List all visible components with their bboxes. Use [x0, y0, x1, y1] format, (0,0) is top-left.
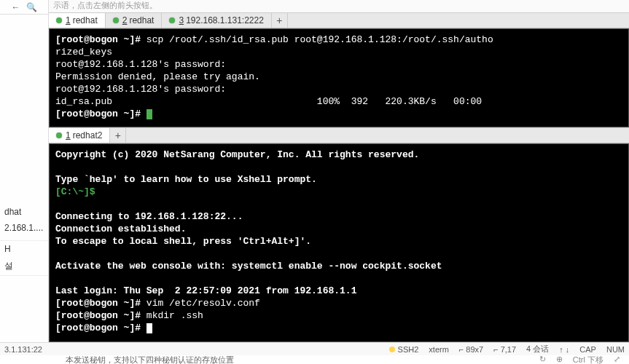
status-dot-icon [56, 132, 62, 138]
sidebar-item[interactable]: 2.168.1.... [0, 220, 48, 236]
tab-text: 192.168.1.131:2222 [186, 15, 264, 25]
add-tab-button[interactable]: + [272, 13, 288, 28]
ctrl-text: Ctrl 下移 [573, 355, 603, 364]
terminal-bottom[interactable]: Copyright (c) 2020 NetSarang Computer, I… [49, 143, 629, 342]
terminal-line: root@192.168.1.128's password: [55, 59, 226, 70]
command-text: scp /root/.ssh/id_rsa.pub root@192.168.1… [141, 34, 493, 45]
back-icon[interactable]: ← [12, 2, 20, 12]
tab-number: 2 [122, 15, 128, 25]
prompt: [root@bogon ~]# [55, 34, 141, 45]
add-tab-button[interactable]: + [110, 128, 126, 143]
tab-number: 3 [179, 15, 184, 25]
sidebar-item[interactable]: dhat [0, 204, 48, 220]
sidebar: ← 🔍 dhat 2.168.1.... H 설 [0, 0, 49, 364]
bottom-text: 本发送秘钥，支持以下四种秘钥认证的存放位置 [66, 355, 234, 364]
bottom-text-row: 本发送秘钥，支持以下四种秘钥认证的存放位置 ↻ ⊕ Ctrl 下移 ⤢ [0, 355, 629, 364]
prompt: [root@bogon ~]# [55, 310, 141, 321]
terminal-line: Type `help' to learn how to use Xshell p… [55, 174, 317, 185]
status-dot-icon [169, 17, 175, 23]
sidebar-toolbar: ← 🔍 [0, 0, 48, 15]
status-num: NUM [606, 345, 625, 354]
terminal-line: id_rsa.pub 100% 392 220.3KB/s 00:00 [55, 96, 482, 107]
tab-redhat-1[interactable]: 1 redhat [49, 13, 106, 28]
main-area: 示语，点击左侧的前头按钮。 1 redhat 2 redhat 3 192.16… [49, 0, 629, 342]
tab-number: 1 [66, 15, 71, 25]
terminal-line: root@192.168.1.128's password: [55, 84, 226, 95]
refresh-icon[interactable]: ↻ [539, 355, 546, 364]
expand-icon[interactable]: ⤢ [614, 355, 620, 364]
tab-ip-3[interactable]: 3 192.168.1.131:2222 [162, 13, 271, 28]
sidebar-item[interactable]: 설 [0, 257, 48, 276]
status-position: ⌐ 7,17 [493, 345, 516, 354]
ssh-icon [389, 347, 395, 352]
status-address: 3.1.131:22 [4, 345, 42, 354]
terminal-line: Activate the web console with: systemctl… [55, 261, 442, 272]
terminal-line: Copyright (c) 2020 NetSarang Computer, I… [55, 149, 419, 160]
prompt: [root@bogon ~]# [55, 298, 141, 309]
status-dot-icon [56, 17, 62, 23]
tab-text: redhat2 [73, 130, 103, 141]
terminal-line: rized_keys [55, 47, 112, 58]
terminal-top[interactable]: [root@bogon ~]# scp /root/.ssh/id_rsa.pu… [49, 28, 629, 127]
status-bar: 3.1.131:22 SSH2 xterm ⌐ 89x7 ⌐ 7,17 4 会话… [0, 342, 629, 355]
search-icon[interactable]: 🔍 [26, 2, 37, 12]
top-tab-bar: 1 redhat 2 redhat 3 192.168.1.131:2222 + [49, 12, 629, 28]
status-session: 4 会话 [526, 344, 549, 355]
terminal-line: Connection established. [55, 223, 186, 234]
bottom-tab-bar: 1 redhat2 + [49, 127, 629, 143]
tab-number: 1 [66, 130, 71, 141]
status-cap: CAP [579, 345, 596, 354]
prompt: [root@bogon ~]# [55, 323, 146, 333]
tab-redhat-2[interactable]: 2 redhat [106, 13, 163, 28]
command-text: mkdir .ssh [141, 310, 203, 321]
prompt: [C:\~]$ [55, 186, 95, 197]
add-icon[interactable]: ⊕ [556, 355, 563, 364]
terminal-line: Connecting to 192.168.1.128:22... [55, 211, 243, 222]
status-arrows-icon: ↑ ↓ [559, 345, 569, 354]
sidebar-section: H [0, 240, 48, 257]
cursor-icon [146, 323, 152, 333]
status-dot-icon [113, 17, 119, 23]
tab-redhat2-1[interactable]: 1 redhat2 [49, 128, 110, 143]
status-ssh: SSH2 [389, 345, 419, 354]
status-term-type: xterm [429, 345, 449, 354]
command-text: vim /etc/resolv.conf [141, 298, 260, 309]
status-size: ⌐ 89x7 [459, 345, 483, 354]
tab-text: redhat [73, 15, 98, 25]
hint-text: 示语，点击左侧的前头按钮。 [49, 0, 629, 12]
terminal-line: To escape to local shell, press 'Ctrl+Al… [55, 236, 311, 247]
cursor-icon [146, 109, 152, 119]
prompt: [root@bogon ~]# [55, 108, 146, 119]
terminal-line: Permission denied, please try again. [55, 71, 260, 82]
terminal-line: Last login: Thu Sep 2 22:57:09 2021 from… [55, 285, 356, 296]
tab-text: redhat [129, 15, 154, 25]
